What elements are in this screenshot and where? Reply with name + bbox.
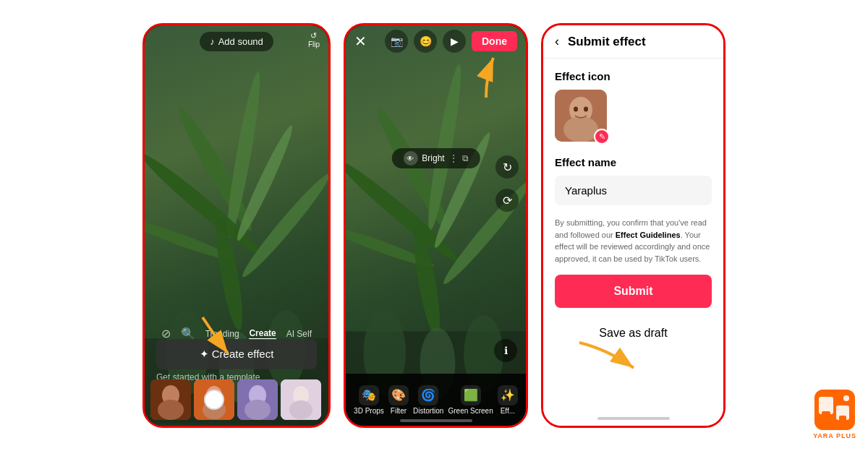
create-effect-button[interactable]: ✦ Create effect <box>156 339 317 369</box>
effect-icon-container: ✎ <box>555 90 607 142</box>
tab-trending[interactable]: Trending <box>205 329 239 339</box>
svg-rect-44 <box>822 411 830 421</box>
filter-icon: 🎨 <box>388 385 409 405</box>
svg-rect-46 <box>839 416 846 423</box>
green-screen-icon: 🟩 <box>461 385 481 405</box>
menu-dots-icon: ⋮ <box>449 153 458 163</box>
rotate-icon[interactable]: ↻ <box>495 155 519 179</box>
effect-icon-label: Effect icon <box>555 70 712 82</box>
info-icon[interactable]: ℹ <box>494 339 517 362</box>
top-icons-screen2: 📷 😊 ▶ Done <box>385 30 517 53</box>
effect-name-input[interactable] <box>555 176 712 205</box>
tool-label-distortion: Distortion <box>413 407 443 415</box>
back-button[interactable]: ‹ <box>555 34 559 49</box>
edit-icon-badge[interactable]: ✎ <box>594 129 610 145</box>
home-indicator-screen2 <box>400 419 472 422</box>
flip-button[interactable]: ↺ Flip <box>308 31 320 48</box>
music-icon: ♪ <box>210 36 215 47</box>
flip-icon: ↺ <box>310 31 317 40</box>
logo-text: YARA PLUS <box>813 432 856 439</box>
home-bar <box>597 417 670 420</box>
distortion-icon: 🌀 <box>418 385 438 405</box>
svg-point-40 <box>584 107 588 112</box>
logo-icon <box>814 390 855 430</box>
template-thumb-3[interactable] <box>237 379 278 420</box>
template-thumb-4[interactable] <box>281 379 321 420</box>
tool-filter[interactable]: 🎨 Filter <box>388 385 409 415</box>
tab-ai-self[interactable]: AI Self <box>286 329 312 339</box>
svg-point-22 <box>289 400 312 419</box>
save-draft-button[interactable]: Save as draft <box>555 317 712 350</box>
phone-screen-3: ‹ Submit effect Effect icon <box>541 23 726 428</box>
screen1-container: ♪ Add sound ↺ Flip ⊘ 🔍 Trending Create A… <box>145 25 328 426</box>
submit-button[interactable]: Submit <box>555 275 712 308</box>
screen3-container: ‹ Submit effect Effect icon <box>543 25 723 426</box>
svg-point-48 <box>843 395 849 401</box>
screen3-content: Effect icon ✎ E <box>543 59 723 411</box>
effect-icon-tool: ✨ <box>498 385 518 405</box>
tool-3d-props[interactable]: 🎭 3D Props <box>354 385 384 415</box>
add-sound-button[interactable]: ♪ Add sound <box>200 32 273 51</box>
tool-green-screen[interactable]: 🟩 Green Screen <box>448 385 493 415</box>
right-controls: ↻ ⟳ <box>495 155 519 212</box>
info-icon-container: ℹ <box>494 339 517 362</box>
selected-indicator <box>204 390 224 410</box>
tool-effect[interactable]: ✨ Eff... <box>498 385 518 415</box>
tool-label-greenscreen: Green Screen <box>448 407 493 415</box>
add-sound-label: Add sound <box>218 36 263 47</box>
play-icon[interactable]: ▶ <box>443 30 466 53</box>
tool-distortion[interactable]: 🌀 Distortion <box>413 385 443 415</box>
effect-name-label: Effect name <box>555 156 712 168</box>
screen2-container: ✕ 📷 😊 ▶ Done 👁 Bright ⋮ ⧉ ↻ ⟳ ℹ <box>346 25 526 426</box>
done-button[interactable]: Done <box>472 31 517 51</box>
plant-leaves-svg-2 <box>346 25 526 426</box>
sync-icon[interactable]: ⟳ <box>495 189 519 212</box>
guidelines-text: By submitting, you confirm that you've r… <box>555 217 712 265</box>
3d-props-icon: 🎭 <box>359 385 379 405</box>
guidelines-link[interactable]: Effect Guidelines <box>616 231 681 239</box>
nav-bar-screen3: ‹ Submit effect <box>543 25 723 59</box>
camera-icon[interactable]: 📷 <box>385 30 408 53</box>
template-thumbnails <box>145 379 328 420</box>
template-thumb-2[interactable] <box>194 379 234 420</box>
phone-screen-1: ♪ Add sound ↺ Flip ⊘ 🔍 Trending Create A… <box>142 23 331 428</box>
page-title-submit: Submit effect <box>568 35 646 49</box>
home-indicator-screen3 <box>543 411 723 426</box>
tool-label-filter: Filter <box>391 407 407 415</box>
flip-label: Flip <box>308 40 320 48</box>
svg-point-39 <box>574 107 578 112</box>
template-thumb-1[interactable] <box>150 379 191 420</box>
tool-label-3dprops: 3D Props <box>354 407 384 415</box>
top-bar-screen2: ✕ 📷 😊 ▶ Done <box>346 25 526 57</box>
svg-point-13 <box>158 400 184 420</box>
svg-point-38 <box>563 116 598 142</box>
emoji-icon[interactable]: 😊 <box>414 30 437 53</box>
tab-create[interactable]: Create <box>249 328 276 340</box>
effect-name-label: Bright <box>422 153 444 163</box>
effect-icon: 👁 <box>403 151 417 166</box>
bottom-tools-bar: 🎭 3D Props 🎨 Filter 🌀 Distortion 🟩 Green… <box>346 374 526 426</box>
svg-point-19 <box>244 400 271 420</box>
top-bar-screen1: ♪ Add sound ↺ Flip <box>145 25 328 57</box>
yara-plus-logo: YARA PLUS <box>813 390 856 439</box>
layers-icon: ⧉ <box>462 153 469 163</box>
phone-screen-2: ✕ 📷 😊 ▶ Done 👁 Bright ⋮ ⧉ ↻ ⟳ ℹ <box>344 23 528 428</box>
effect-label-bright: 👁 Bright ⋮ ⧉ <box>391 148 480 168</box>
create-effect-label: ✦ Create effect <box>200 348 274 361</box>
tool-label-effect: Eff... <box>501 407 515 415</box>
close-button-screen2[interactable]: ✕ <box>354 34 367 48</box>
